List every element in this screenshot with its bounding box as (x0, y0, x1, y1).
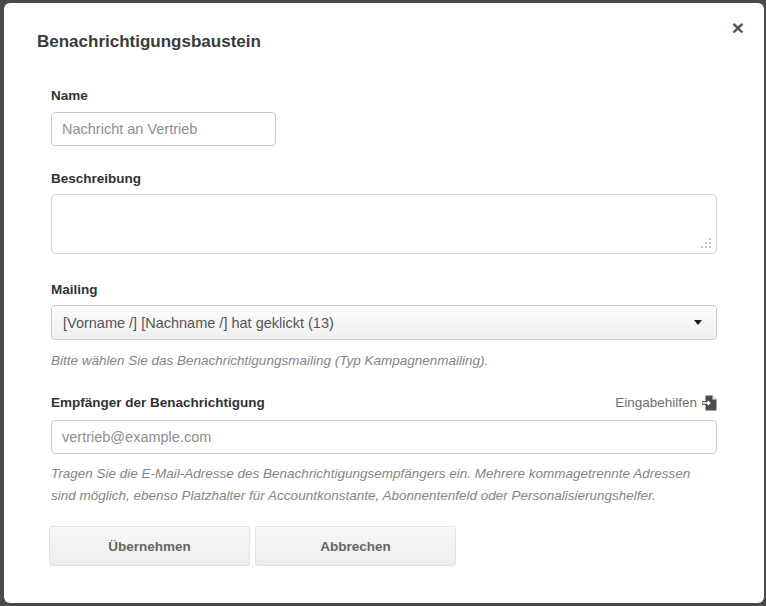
mailing-help-text: Bitte wählen Sie das Benachrichtigungsma… (51, 350, 717, 372)
cancel-button[interactable]: Abbrechen (255, 526, 456, 566)
input-helpers-icon (702, 395, 717, 411)
mailing-label: Mailing (51, 281, 717, 298)
mailing-select[interactable]: [Vorname /] [Nachname /] hat geklickt (1… (51, 305, 717, 340)
description-textarea[interactable] (52, 195, 716, 253)
chevron-down-icon (694, 320, 702, 325)
description-field-group: Beschreibung (51, 170, 717, 254)
mailing-field-group: Mailing [Vorname /] [Nachname /] hat gek… (51, 281, 717, 372)
description-textarea-wrap (51, 194, 717, 254)
apply-button[interactable]: Übernehmen (49, 526, 250, 566)
close-icon[interactable]: × (732, 19, 744, 37)
input-helpers-label: Eingabehilfen (615, 395, 697, 410)
description-label: Beschreibung (51, 170, 717, 187)
recipient-label: Empfänger der Benachrichtigung (51, 394, 265, 411)
recipient-help-text: Tragen Sie die E-Mail-Adresse des Benach… (51, 463, 717, 507)
dialog-title: Benachrichtigungsbaustein (37, 32, 731, 52)
mailing-selected-value: [Vorname /] [Nachname /] hat geklickt (1… (63, 315, 694, 331)
name-field-group: Name (51, 87, 717, 146)
input-helpers-link[interactable]: Eingabehilfen (615, 395, 717, 411)
recipient-header-row: Empfänger der Benachrichtigung Eingabehi… (51, 394, 717, 411)
name-input[interactable] (51, 112, 276, 146)
dialog-header: Benachrichtigungsbaustein × (4, 3, 764, 52)
dialog-body: Name Beschreibung Mailing [Vorname /] [N… (4, 87, 764, 507)
name-label: Name (51, 87, 717, 104)
dialog-footer: Übernehmen Abbrechen (4, 526, 764, 566)
recipient-input[interactable] (51, 420, 717, 454)
recipient-field-group: Empfänger der Benachrichtigung Eingabehi… (51, 394, 717, 507)
notification-module-dialog: Benachrichtigungsbaustein × Name Beschre… (4, 3, 764, 603)
